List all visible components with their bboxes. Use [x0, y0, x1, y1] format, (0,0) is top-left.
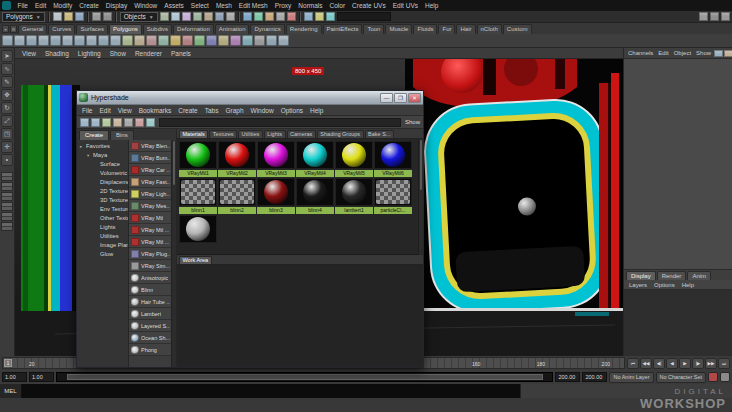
hypershade-toolbar-icon[interactable]	[124, 118, 133, 127]
shelf-tool-icon[interactable]	[170, 35, 181, 46]
playback-button[interactable]: ◀	[666, 358, 678, 369]
shelf-tab[interactable]: Surfaces	[76, 24, 108, 34]
shelf-tool-icon[interactable]	[218, 35, 229, 46]
channel-box-menu-item[interactable]: Edit	[656, 50, 670, 56]
panel-menu-item[interactable]: Panels	[167, 50, 195, 57]
panel-menu-item[interactable]: Shading	[41, 50, 73, 57]
create-panel-tab[interactable]: Create	[79, 130, 109, 140]
material-swatch[interactable]	[179, 215, 217, 251]
shelf-tool-icon[interactable]	[2, 35, 13, 46]
panel-menu-item[interactable]: Show	[106, 50, 130, 57]
command-line-mode-button[interactable]: MEL	[0, 384, 22, 398]
character-set-button[interactable]: No Character Set	[656, 372, 707, 383]
shelf-tool-icon[interactable]	[266, 35, 277, 46]
shelf-tab[interactable]: General	[18, 24, 47, 34]
layout-shortcut-button[interactable]	[1, 222, 13, 231]
selection-mask-icon[interactable]	[215, 12, 224, 21]
toolbox-tool-button[interactable]: ✛	[1, 141, 13, 153]
divider[interactable]	[48, 12, 50, 22]
tree-item[interactable]: Image Planes	[77, 241, 128, 250]
layout-shortcut-button[interactable]	[1, 202, 13, 211]
status-file-icon[interactable]	[64, 12, 73, 21]
hypershade-toolbar-icon[interactable]	[113, 118, 122, 127]
menubar-item[interactable]: Edit UVs	[389, 0, 421, 11]
menubar-item[interactable]: Create	[76, 0, 103, 11]
sidebar-toggle-icon[interactable]	[721, 12, 730, 21]
hypershade-tab[interactable]: Materials	[179, 130, 208, 138]
material-swatch[interactable]: blinn4	[296, 178, 334, 214]
create-node-button[interactable]: VRay Mtl ...	[129, 224, 171, 236]
menubar-item[interactable]: Color	[326, 0, 349, 11]
menubar-item[interactable]: Normals	[295, 0, 326, 11]
shelf-tab[interactable]: Fur	[438, 24, 455, 34]
menubar-item[interactable]: Select	[187, 0, 212, 11]
hypershade-tab[interactable]: Bake S...	[365, 130, 394, 138]
hypershade-toolbar-icon[interactable]	[135, 118, 144, 127]
shelf-tool-icon[interactable]	[14, 35, 25, 46]
playback-button[interactable]: ◀◀	[640, 358, 652, 369]
render-icon[interactable]	[304, 12, 313, 21]
node-list-scrollbar[interactable]	[171, 140, 176, 367]
create-node-button[interactable]: VRay Sim...	[129, 260, 171, 272]
create-node-button[interactable]: Phong	[129, 344, 171, 356]
create-node-button[interactable]: Ocean Sh...	[129, 332, 171, 344]
material-swatch[interactable]: blinn3	[257, 178, 295, 214]
create-node-button[interactable]: VRay Ligh...	[129, 188, 171, 200]
hypershade-show-button[interactable]: Show	[405, 119, 420, 125]
selection-mask-icon[interactable]	[182, 12, 191, 21]
range-slider[interactable]	[56, 372, 553, 382]
selection-mask-icon[interactable]	[171, 12, 180, 21]
layer-editor-tab[interactable]: Render	[657, 271, 687, 280]
hypershade-menu-item[interactable]: View	[115, 107, 135, 114]
minimize-button[interactable]: —	[380, 93, 393, 103]
shelf-gear-icon[interactable]: ⚙	[10, 25, 17, 33]
panel-menu-item[interactable]: Lighting	[74, 50, 105, 57]
tree-item[interactable]: ▾ Maya	[77, 151, 128, 160]
shelf-tool-icon[interactable]	[182, 35, 193, 46]
create-node-button[interactable]: VRay Mtl ...	[129, 236, 171, 248]
toolbox-tool-button[interactable]: ➤	[1, 50, 13, 62]
hypershade-menu-item[interactable]: Graph	[222, 107, 246, 114]
channel-box-panel-icon[interactable]	[724, 50, 732, 57]
divider[interactable]	[115, 12, 117, 22]
menubar-item[interactable]: Mesh	[212, 0, 235, 11]
snap-icon[interactable]	[254, 12, 263, 21]
panel-menu-item[interactable]: View	[18, 50, 40, 57]
material-swatch[interactable]: blinn2	[218, 178, 256, 214]
create-node-button[interactable]: Hair Tube ...	[129, 296, 171, 308]
status-file-icon[interactable]	[75, 12, 84, 21]
create-node-button[interactable]: VRay Blen...	[129, 140, 171, 152]
shelf-tab[interactable]: Fluids	[413, 24, 437, 34]
tree-item[interactable]: ▸ Favorites	[77, 142, 128, 151]
toolbox-tool-button[interactable]: ⤢	[1, 115, 13, 127]
material-swatch[interactable]: lambert1	[335, 178, 373, 214]
snap-icon[interactable]	[276, 12, 285, 21]
hypershade-toolbar-icon[interactable]	[91, 118, 100, 127]
shelf-tab[interactable]: PaintEffects	[323, 24, 363, 34]
sidebar-toggle-icon[interactable]	[710, 12, 719, 21]
tree-item[interactable]: Displacement	[77, 178, 128, 187]
layout-shortcut-button[interactable]	[1, 182, 13, 191]
material-swatch[interactable]: VRayMtl3	[257, 141, 295, 177]
quick-selection-field[interactable]	[337, 12, 391, 21]
tree-item[interactable]: Env Textures	[77, 205, 128, 214]
material-swatch[interactable]: VRayMtl6	[374, 141, 412, 177]
shelf-tab[interactable]: Toon	[363, 24, 384, 34]
hypershade-menu-item[interactable]: Options	[278, 107, 306, 114]
shelf-tab[interactable]: Animation	[215, 24, 250, 34]
playback-button[interactable]: ▶	[679, 358, 691, 369]
divider[interactable]	[238, 12, 240, 22]
anim-layer-button[interactable]: No Anim Layer	[609, 372, 653, 383]
menubar-item[interactable]: Proxy	[271, 0, 295, 11]
animation-start-field[interactable]: 1.00	[2, 372, 27, 382]
snap-icon[interactable]	[265, 12, 274, 21]
tree-item[interactable]: Surface	[77, 160, 128, 169]
toolbox-tool-button[interactable]: ✎	[1, 76, 13, 88]
hypershade-menu-item[interactable]: Edit	[96, 107, 113, 114]
hypershade-toolbar-icon[interactable]	[102, 118, 111, 127]
material-swatch[interactable]: VRayMtl2	[218, 141, 256, 177]
material-swatch[interactable]: VRayMtl5	[335, 141, 373, 177]
shelf-tab[interactable]: Curves	[48, 24, 75, 34]
shelf-tab[interactable]: Rendering	[286, 24, 322, 34]
shelf-menu-icon[interactable]: ▾	[2, 25, 9, 33]
